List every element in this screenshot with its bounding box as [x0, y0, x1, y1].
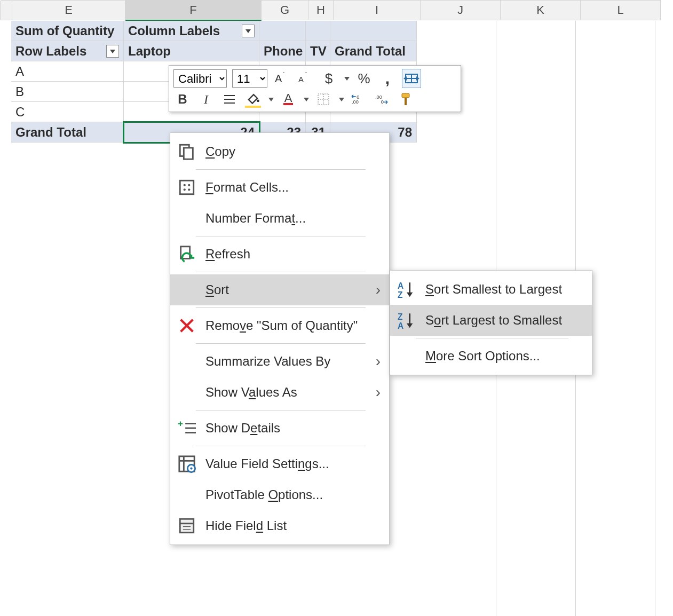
pivot-sum-label[interactable]: Sum of Quantity — [11, 21, 124, 41]
align-icon[interactable] — [220, 90, 239, 108]
copy-icon — [178, 143, 196, 161]
pivot-row-b[interactable]: B — [11, 82, 124, 102]
submenu-sort-more[interactable]: More Sort Options... — [390, 341, 592, 372]
borders-icon[interactable] — [314, 90, 332, 108]
caret-down-icon[interactable] — [304, 98, 309, 101]
row-labels-dropdown[interactable] — [106, 45, 119, 58]
font-color-icon[interactable]: A — [279, 90, 297, 108]
svg-text:A: A — [275, 73, 282, 84]
submenu-sort-asc[interactable]: AZ Sort Smallest to Largest — [390, 274, 592, 305]
col-header-g[interactable]: G — [262, 0, 308, 20]
column-header-row: E F G H I J K L — [0, 0, 673, 21]
svg-text:0: 0 — [381, 99, 384, 105]
caret-down-icon[interactable] — [344, 77, 350, 81]
svg-text:A: A — [298, 75, 304, 84]
menu-value-settings-label: Value Field Settings... — [205, 456, 375, 471]
menu-pivot-options-label: PivotTable Options... — [205, 487, 375, 502]
comma-format-icon[interactable]: , — [378, 69, 397, 88]
col-header-i[interactable]: I — [334, 0, 421, 20]
pivot-row-a[interactable]: A — [11, 61, 124, 82]
pivot-row-c[interactable]: C — [11, 102, 124, 122]
svg-point-38 — [190, 467, 192, 469]
bold-icon[interactable]: B — [173, 90, 192, 108]
col-header-f[interactable]: F — [125, 0, 262, 21]
context-menu: Copy Format Cells... Number Format... Re… — [170, 132, 390, 545]
refresh-icon — [178, 245, 196, 263]
svg-text:A: A — [398, 321, 403, 330]
svg-point-23 — [184, 184, 186, 186]
conditional-format-icon[interactable] — [402, 69, 421, 88]
hide-list-icon — [178, 517, 196, 535]
font-name-select[interactable]: Calibri — [173, 69, 227, 88]
svg-point-24 — [188, 184, 190, 186]
svg-text:ˆ: ˆ — [283, 72, 285, 78]
chevron-right-icon: › — [376, 281, 381, 298]
format-cells-icon — [178, 178, 196, 196]
menu-show-details[interactable]: + Show Details — [170, 413, 389, 444]
caret-down-icon[interactable] — [268, 98, 274, 101]
mini-row-2: B I A 0.00 .000 — [173, 90, 456, 108]
menu-remove-label: Remove "Sum of Quantity" — [205, 318, 375, 333]
submenu-sort-more-label: More Sort Options... — [425, 349, 578, 364]
col-header-e[interactable]: E — [12, 0, 125, 20]
mini-row-1: Calibri 11 Aˆ Aˇ $ % , — [173, 69, 456, 88]
submenu-sort-asc-label: Sort Smallest to Largest — [425, 282, 578, 297]
menu-show-as-label: Show Values As — [205, 385, 375, 400]
svg-text:Z: Z — [398, 290, 403, 299]
menu-value-settings[interactable]: Value Field Settings... — [170, 448, 389, 479]
cell-i1[interactable] — [330, 21, 417, 41]
menu-sort-label: Sort — [205, 282, 375, 297]
pivot-row-labels[interactable]: Row Labels — [11, 41, 124, 61]
italic-icon[interactable]: I — [197, 90, 215, 108]
field-phone[interactable]: Phone — [259, 41, 306, 61]
menu-copy[interactable]: Copy — [170, 136, 389, 167]
field-laptop[interactable]: Laptop — [124, 41, 259, 61]
submenu-sort-desc[interactable]: ZA Sort Largest to Smallest — [390, 305, 592, 336]
svg-point-10 — [257, 100, 259, 102]
col-header-h[interactable]: H — [308, 0, 334, 20]
col-header-j[interactable]: J — [421, 0, 501, 20]
sort-submenu: AZ Sort Smallest to Largest ZA Sort Larg… — [390, 270, 592, 375]
cell-h1[interactable] — [306, 21, 330, 41]
caret-down-icon[interactable] — [339, 98, 344, 101]
accounting-format-icon[interactable]: $ — [320, 69, 338, 88]
menu-copy-label: Copy — [205, 144, 375, 159]
col-header-l[interactable]: L — [581, 0, 661, 20]
field-grand-total[interactable]: Grand Total — [330, 41, 417, 61]
col-header-k[interactable]: K — [501, 0, 581, 20]
menu-refresh[interactable]: Refresh — [170, 239, 389, 270]
increase-decimal-icon[interactable]: .000 — [373, 90, 391, 108]
svg-point-26 — [188, 188, 190, 191]
font-size-select[interactable]: 11 — [232, 69, 267, 88]
column-labels-dropdown[interactable] — [242, 25, 255, 37]
decrease-font-icon[interactable]: Aˇ — [296, 69, 314, 88]
svg-rect-21 — [184, 148, 193, 159]
grand-total-label[interactable]: Grand Total — [11, 122, 124, 143]
increase-font-icon[interactable]: Aˆ — [273, 69, 291, 88]
percent-format-icon[interactable]: % — [355, 69, 373, 88]
menu-format-cells-label: Format Cells... — [205, 180, 375, 195]
menu-show-as[interactable]: Show Values As › — [170, 377, 389, 408]
menu-sort[interactable]: Sort › — [170, 274, 389, 305]
cell-g1[interactable] — [259, 21, 306, 41]
menu-remove[interactable]: Remove "Sum of Quantity" — [170, 310, 389, 341]
svg-rect-22 — [180, 180, 194, 194]
menu-format-cells[interactable]: Format Cells... — [170, 172, 389, 203]
menu-hide-list[interactable]: Hide Field List — [170, 510, 389, 541]
fill-color-icon[interactable] — [244, 90, 262, 108]
pivot-column-labels[interactable]: Column Labels — [124, 21, 259, 41]
decrease-decimal-icon[interactable]: 0.00 — [350, 90, 368, 108]
menu-number-format[interactable]: Number Format... — [170, 203, 389, 234]
menu-show-details-label: Show Details — [205, 421, 375, 436]
field-tv[interactable]: TV — [306, 41, 330, 61]
menu-summarize[interactable]: Summarize Values By › — [170, 346, 389, 377]
mini-toolbar: Calibri 11 Aˆ Aˇ $ % , B I — [169, 65, 461, 112]
menu-pivot-options[interactable]: PivotTable Options... — [170, 479, 389, 510]
svg-text:ˇ: ˇ — [305, 72, 307, 78]
svg-rect-18 — [402, 93, 409, 98]
sort-desc-icon: ZA — [398, 311, 416, 329]
format-painter-icon[interactable] — [397, 90, 415, 108]
menu-summarize-label: Summarize Values By — [205, 354, 375, 369]
chevron-right-icon: › — [376, 353, 381, 370]
show-details-icon: + — [178, 419, 196, 437]
